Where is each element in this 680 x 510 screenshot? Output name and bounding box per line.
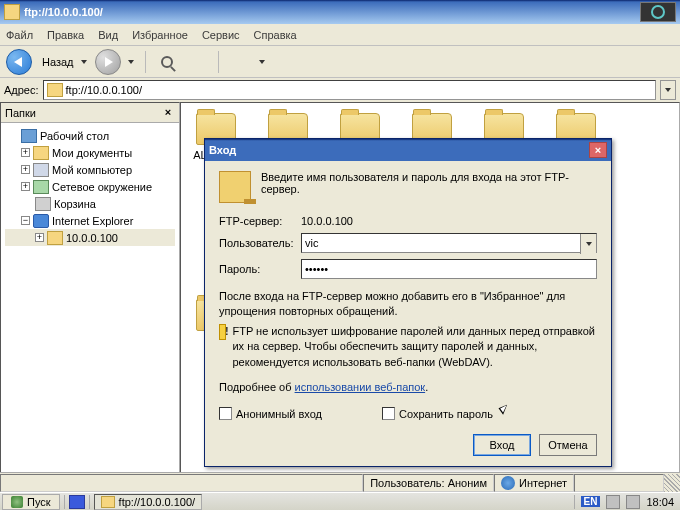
tree-recycle[interactable]: Корзина — [5, 195, 175, 212]
password-label: Пароль: — [219, 263, 301, 275]
menu-file[interactable]: Файл — [6, 29, 33, 41]
keys-icon — [219, 171, 251, 203]
back-button[interactable] — [6, 49, 32, 75]
separator — [218, 51, 219, 73]
separator — [145, 51, 146, 73]
anonymous-checkbox[interactable]: Анонимный вход — [219, 407, 322, 420]
address-input[interactable]: ftp://10.0.0.100/ — [43, 80, 656, 100]
globe-icon — [501, 476, 515, 490]
search-icon — [161, 56, 173, 68]
save-password-checkbox[interactable]: Сохранить пароль — [382, 407, 493, 420]
dialog-note1: После входа на FTP-сервер можно добавить… — [219, 289, 597, 320]
address-icon — [47, 83, 63, 97]
chevron-down-icon[interactable] — [580, 234, 596, 254]
volume-icon[interactable] — [626, 495, 640, 509]
quick-launch — [64, 495, 90, 509]
expand-icon[interactable]: + — [21, 182, 30, 191]
sidebar-title: Папки — [5, 107, 36, 119]
views-button[interactable] — [228, 50, 252, 74]
dialog-title: Вход — [209, 144, 236, 156]
folder-icon — [101, 496, 115, 508]
menu-tools[interactable]: Сервис — [202, 29, 240, 41]
dialog-titlebar[interactable]: Вход × — [205, 139, 611, 161]
expand-icon[interactable]: + — [21, 148, 30, 157]
brand-orb — [640, 2, 676, 22]
server-label: FTP-сервер: — [219, 215, 301, 227]
sidebar-header: Папки × — [1, 103, 179, 123]
status-user: Пользователь: Аноним — [363, 474, 494, 492]
tree-desktop[interactable]: Рабочий стол — [5, 127, 175, 144]
clock[interactable]: 18:04 — [646, 496, 674, 508]
dialog-close-button[interactable]: × — [589, 142, 607, 158]
resize-grip[interactable] — [664, 474, 680, 492]
taskbar: Пуск ftp://10.0.0.100/ EN 18:04 — [0, 492, 680, 510]
login-button[interactable]: Вход — [473, 434, 531, 456]
forward-dropdown[interactable] — [127, 60, 136, 64]
menu-help[interactable]: Справка — [254, 29, 297, 41]
menubar: Файл Правка Вид Избранное Сервис Справка — [0, 24, 680, 46]
sidebar-close-button[interactable]: × — [161, 106, 175, 120]
taskbar-item[interactable]: ftp://10.0.0.100/ — [94, 494, 202, 510]
more-prefix: Подробнее об — [219, 381, 295, 393]
search-button[interactable] — [155, 50, 179, 74]
recycle-icon — [35, 197, 51, 211]
back-dropdown[interactable] — [80, 60, 89, 64]
address-value: ftp://10.0.0.100/ — [66, 84, 142, 96]
system-tray: EN 18:04 — [574, 495, 680, 509]
forward-button[interactable] — [95, 49, 121, 75]
address-label: Адрес: — [4, 84, 39, 96]
nav-toolbar: Назад — [0, 46, 680, 78]
ie-icon — [33, 214, 49, 228]
tree-ftp-server[interactable]: +10.0.0.100 — [5, 229, 175, 246]
start-button[interactable]: Пуск — [2, 494, 60, 510]
menu-edit[interactable]: Правка — [47, 29, 84, 41]
folder-icon — [47, 231, 63, 245]
window-title: ftp://10.0.0.100/ — [24, 6, 640, 18]
views-dropdown[interactable] — [258, 60, 267, 64]
expand-icon[interactable]: + — [35, 233, 44, 242]
folders-sidebar: Папки × Рабочий стол +Мои документы +Мой… — [0, 102, 180, 482]
checkbox-icon — [219, 407, 232, 420]
folder-icon — [33, 146, 49, 160]
computer-icon — [33, 163, 49, 177]
login-dialog: Вход × Введите имя пользователя и пароль… — [204, 138, 612, 467]
password-input[interactable]: •••••• — [301, 259, 597, 279]
folder-tree: Рабочий стол +Мои документы +Мой компьют… — [1, 123, 179, 481]
start-icon — [11, 496, 23, 508]
username-input[interactable]: vic — [301, 233, 597, 253]
network-icon — [33, 180, 49, 194]
app-icon — [4, 4, 20, 20]
cancel-button[interactable]: Отмена — [539, 434, 597, 456]
dialog-note2: FTP не использует шифрование паролей или… — [232, 324, 597, 370]
tree-ie[interactable]: −Internet Explorer — [5, 212, 175, 229]
warning-icon — [219, 324, 226, 340]
addressbar: Адрес: ftp://10.0.0.100/ — [0, 78, 680, 102]
language-indicator[interactable]: EN — [581, 496, 601, 507]
checkbox-icon — [382, 407, 395, 420]
show-desktop-icon[interactable] — [69, 495, 85, 509]
tree-mycomputer[interactable]: +Мой компьютер — [5, 161, 175, 178]
window-titlebar: ftp://10.0.0.100/ — [0, 0, 680, 24]
tray-icon[interactable] — [606, 495, 620, 509]
address-dropdown[interactable] — [660, 80, 676, 100]
menu-favorites[interactable]: Избранное — [132, 29, 188, 41]
user-label: Пользователь: — [219, 237, 301, 249]
expand-icon[interactable]: + — [21, 165, 30, 174]
menu-view[interactable]: Вид — [98, 29, 118, 41]
status-zone: Интернет — [494, 474, 574, 492]
desktop-icon — [21, 129, 37, 143]
server-value: 10.0.0.100 — [301, 215, 353, 227]
webfolders-link[interactable]: использовании веб-папок — [295, 381, 426, 393]
statusbar: Пользователь: Аноним Интернет — [0, 472, 680, 492]
back-label: Назад — [42, 56, 74, 68]
tree-mydocs[interactable]: +Мои документы — [5, 144, 175, 161]
collapse-icon[interactable]: − — [21, 216, 30, 225]
tree-network[interactable]: +Сетевое окружение — [5, 178, 175, 195]
dialog-intro: Введите имя пользователя и пароль для вх… — [261, 171, 597, 195]
folders-button[interactable] — [185, 50, 209, 74]
